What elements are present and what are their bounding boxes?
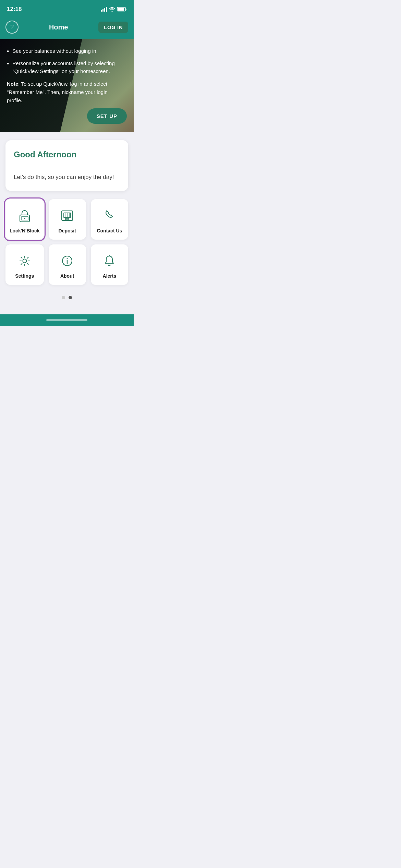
- svg-point-5: [24, 218, 25, 219]
- svg-point-15: [67, 258, 68, 259]
- feature-alerts-label: Alerts: [103, 273, 117, 279]
- battery-icon: [117, 7, 127, 12]
- header: ? Home LOG IN: [0, 17, 134, 39]
- svg-rect-11: [65, 218, 69, 220]
- feature-about[interactable]: About: [49, 244, 86, 285]
- hero-bullet-1: See your balances without logging in.: [7, 47, 127, 56]
- login-button[interactable]: LOG IN: [98, 22, 128, 33]
- atm-icon: [59, 207, 75, 224]
- status-bar: 12:18: [0, 0, 134, 17]
- feature-lock-n-block[interactable]: Lock'N'Block: [5, 199, 44, 240]
- feature-contact-us[interactable]: Contact Us: [91, 199, 128, 240]
- svg-rect-2: [118, 8, 124, 11]
- status-icons: [101, 7, 127, 12]
- svg-point-12: [23, 259, 26, 263]
- phone-icon: [101, 207, 118, 224]
- gear-icon: [16, 253, 33, 269]
- feature-grid: Lock'N'Block Deposit: [5, 199, 128, 285]
- svg-point-0: [112, 11, 113, 12]
- pagination-dot-2: [69, 296, 72, 299]
- feature-settings[interactable]: Settings: [5, 244, 44, 285]
- signal-icon: [101, 7, 107, 12]
- bottom-bar: [0, 314, 134, 326]
- feature-about-label: About: [60, 273, 74, 279]
- info-icon: [59, 253, 75, 269]
- feature-alerts[interactable]: Alerts: [91, 244, 128, 285]
- feature-settings-label: Settings: [15, 273, 34, 279]
- wifi-icon: [109, 7, 115, 12]
- greeting-title: Good Afternoon: [14, 150, 120, 159]
- hero-content: See your balances without logging in. Pe…: [7, 47, 127, 105]
- hero-banner: See your balances without logging in. Pe…: [0, 39, 134, 132]
- greeting-subtitle: Let's do this, so you can enjoy the day!: [14, 173, 120, 181]
- feature-contact-us-label: Contact Us: [97, 228, 122, 233]
- greeting-card: Good Afternoon Let's do this, so you can…: [5, 140, 128, 191]
- home-indicator: [46, 319, 87, 321]
- bell-icon: [101, 253, 118, 269]
- main-content: Good Afternoon Let's do this, so you can…: [0, 132, 134, 314]
- hero-note: Note: To set up QuickView, log in and se…: [7, 80, 117, 105]
- help-button[interactable]: ?: [5, 21, 19, 34]
- feature-deposit[interactable]: Deposit: [49, 199, 86, 240]
- feature-deposit-label: Deposit: [59, 228, 76, 233]
- status-time: 12:18: [7, 6, 22, 13]
- pagination: [5, 293, 128, 306]
- pagination-dot-1: [62, 296, 65, 299]
- lock-icon: [16, 207, 33, 224]
- setup-button[interactable]: SET UP: [87, 108, 127, 124]
- page-title: Home: [49, 23, 68, 31]
- hero-bullet-2: Personalize your accounts listed by sele…: [7, 60, 127, 75]
- feature-lock-n-block-label: Lock'N'Block: [10, 228, 40, 233]
